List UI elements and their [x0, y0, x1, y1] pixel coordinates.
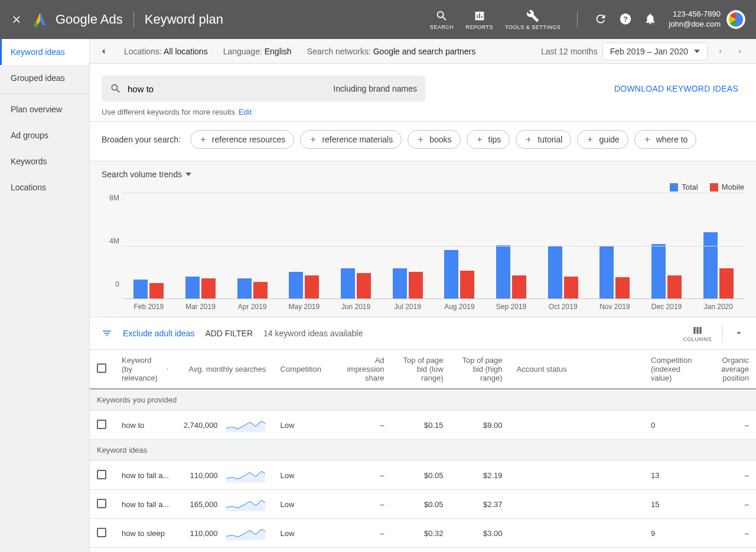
filter-locations[interactable]: Locations: All locations — [124, 47, 208, 56]
cell-comp-index: 9 — [644, 519, 709, 548]
table-filter-row: Exclude adult ideas ADD FILTER 14 keywor… — [90, 317, 756, 350]
sidebar-item-keyword-ideas[interactable]: Keyword ideas — [0, 39, 89, 65]
sidebar-item-ad-groups[interactable]: Ad groups — [0, 122, 89, 148]
refresh-icon[interactable] — [588, 12, 613, 27]
search-input[interactable] — [128, 84, 327, 94]
chart-bar — [564, 277, 578, 299]
chart-bar — [460, 271, 474, 298]
broaden-chip[interactable]: guide — [577, 130, 628, 149]
chart-bar — [496, 245, 510, 298]
cell-bid-high: $2.19 — [451, 461, 510, 490]
search-hint: Use different keywords for more resultsE… — [102, 108, 744, 116]
cell-bid-high: $3.00 — [451, 519, 510, 548]
broaden-chip[interactable]: reference resources — [190, 130, 295, 149]
app-header: Google Ads Keyword plan SEARCH REPORTS T… — [0, 0, 756, 39]
columns-button[interactable]: COLUMNS — [683, 324, 712, 342]
user-info[interactable]: 123-456-7890 john@doe.com — [669, 9, 721, 30]
search-icon — [110, 83, 122, 95]
cell-impression: – — [333, 519, 392, 548]
notifications-icon[interactable] — [638, 12, 663, 27]
y-axis: 8M 4M 0 — [102, 193, 123, 299]
cell-keyword: how to — [115, 411, 177, 440]
divider — [133, 11, 134, 28]
date-prev-icon[interactable] — [712, 44, 728, 59]
cell-bid-high: $2.37 — [451, 490, 510, 519]
including-brand-names[interactable]: Including brand names — [333, 84, 417, 93]
exclude-adult-link[interactable]: Exclude adult ideas — [123, 329, 194, 338]
sidebar-item-locations[interactable]: Locations — [0, 174, 89, 200]
col-comp-index[interactable]: Competition (indexed value) — [644, 350, 709, 389]
row-checkbox[interactable] — [97, 499, 106, 508]
edit-link[interactable]: Edit — [239, 108, 252, 116]
close-icon[interactable] — [11, 14, 22, 25]
broaden-chip[interactable]: tips — [467, 130, 510, 149]
cell-organic: – — [709, 490, 756, 519]
broaden-chip[interactable]: reference materials — [300, 130, 402, 149]
table-row[interactable]: how to fall a...165,000Low–$0.05$2.3715– — [90, 490, 756, 519]
table-row[interactable]: how to2,740,000Low–$0.15$9.000– — [90, 411, 756, 440]
cell-bid-high: $1.78 — [451, 548, 510, 553]
cell-bid-low: $0.32 — [392, 519, 451, 548]
table-row[interactable]: how to sleep ...110,000Low–$0.05$1.787– — [90, 548, 756, 553]
cell-impression: – — [333, 461, 392, 490]
col-bid-high[interactable]: Top of page bid (high range) — [451, 350, 510, 389]
svg-point-0 — [34, 23, 38, 27]
cell-impression: – — [333, 490, 392, 519]
collapse-chart-icon[interactable] — [734, 327, 744, 340]
ideas-count: 14 keyword ideas available — [263, 329, 363, 338]
row-checkbox[interactable] — [97, 528, 106, 537]
sidebar-item-plan-overview[interactable]: Plan overview — [0, 96, 89, 122]
col-account-status[interactable]: Account status — [510, 350, 644, 389]
help-icon[interactable]: ? — [613, 12, 638, 27]
tools-settings[interactable]: TOOLS & SETTINGS — [499, 9, 566, 30]
date-range-button[interactable]: Feb 2019 – Jan 2020 — [602, 43, 708, 60]
legend-mobile-swatch — [710, 183, 718, 191]
cell-bid-low: $0.05 — [392, 461, 451, 490]
row-checkbox[interactable] — [97, 470, 106, 479]
row-checkbox[interactable] — [97, 420, 106, 429]
chart-title-dropdown[interactable]: Search volume trends — [102, 170, 744, 179]
chart-bar — [512, 275, 526, 298]
cell-keyword: how to fall a... — [115, 461, 177, 490]
legend-total-swatch — [670, 183, 678, 191]
broaden-chip[interactable]: books — [408, 130, 460, 149]
download-keyword-ideas[interactable]: DOWNLOAD KEYWORD IDEAS — [614, 84, 738, 93]
sidebar-item-grouped-ideas[interactable]: Grouped ideas — [0, 65, 89, 91]
filter-icon[interactable] — [102, 328, 112, 339]
keyword-search[interactable]: Including brand names — [102, 76, 425, 102]
chart-bar — [357, 273, 371, 298]
col-organic[interactable]: Organic average position — [709, 350, 756, 389]
table-row[interactable]: how to sleep110,000Low–$0.32$3.009– — [90, 519, 756, 548]
date-next-icon[interactable] — [732, 44, 748, 59]
col-impression[interactable]: Ad impression share — [333, 350, 392, 389]
add-filter-button[interactable]: ADD FILTER — [205, 329, 253, 338]
avatar[interactable] — [726, 10, 745, 29]
filters-bar: Locations: All locations Language: Engli… — [90, 39, 756, 64]
table-row[interactable]: how to fall a...110,000Low–$0.05$2.1913– — [90, 461, 756, 490]
col-bid-low[interactable]: Top of page bid (low range) — [392, 350, 451, 389]
cell-bid-low: $0.05 — [392, 490, 451, 519]
cell-comp-index: 15 — [644, 490, 709, 519]
cell-competition: Low — [273, 519, 333, 548]
x-axis: Feb 2019Mar 2019Apr 2019May 2019Jun 2019… — [123, 299, 744, 311]
chart-bar — [289, 272, 303, 298]
reports-tool[interactable]: REPORTS — [460, 9, 499, 30]
col-keyword[interactable]: Keyword (by relevance) — [122, 356, 170, 382]
sidebar-item-keywords[interactable]: Keywords — [0, 148, 89, 174]
broaden-chip[interactable]: tutorial — [516, 130, 571, 149]
broaden-chip[interactable]: where to — [634, 130, 697, 149]
collapse-icon[interactable] — [98, 46, 109, 57]
cell-bid-low: $0.15 — [392, 411, 451, 440]
cell-organic: – — [709, 519, 756, 548]
select-all-checkbox[interactable] — [97, 363, 106, 373]
search-tool[interactable]: SEARCH — [424, 9, 460, 30]
filter-language[interactable]: Language: English — [223, 47, 292, 56]
page-title: Keyword plan — [145, 12, 223, 27]
chart-bar — [305, 275, 319, 298]
cell-organic: – — [709, 461, 756, 490]
filter-networks[interactable]: Search networks: Google and search partn… — [307, 47, 476, 56]
col-competition[interactable]: Competition — [273, 350, 333, 389]
chart-bar — [719, 268, 734, 298]
col-searches[interactable]: Avg. monthly searches — [177, 350, 273, 389]
cell-competition: Low — [273, 548, 333, 553]
